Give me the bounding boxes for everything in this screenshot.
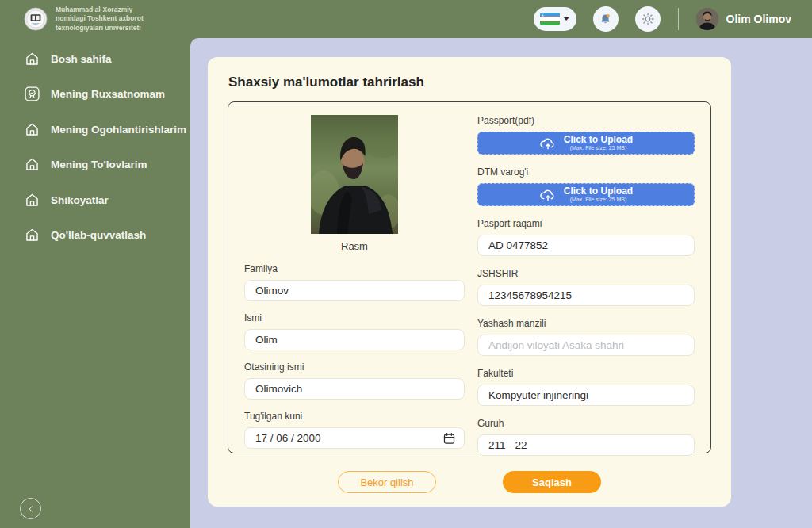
sidebar-item-label: Mening To'lovlarim [51, 159, 147, 170]
chevron-down-icon [563, 17, 570, 21]
sidebar-item-label: Mening Ogohlantirishlarim [51, 124, 186, 136]
photo-caption: Rasm [244, 240, 465, 252]
app-header: Muhammad al-Xorazmiy nomidagi Toshkent a… [0, 0, 812, 38]
field-label: Passport(pdf) [477, 115, 695, 126]
photo-section: Rasm [244, 115, 465, 252]
permit-badge-icon [24, 86, 40, 102]
field-label: Familya [244, 263, 465, 274]
upload-button-label: Click to Upload [564, 135, 633, 145]
passport-number-input[interactable] [477, 235, 695, 256]
field-label: JSHSHIR [477, 268, 695, 279]
field-pasport-raqami: Pasport raqami [477, 218, 695, 256]
profile-form: Rasm Familya Ismi Otasining ismi [228, 101, 711, 453]
group-input[interactable] [477, 434, 695, 456]
familya-input[interactable] [244, 280, 465, 301]
upload-dtm: DTM varog'i Click to Upload (Max. File s… [477, 166, 695, 206]
upload-passport: Passport(pdf) Click to Upload (Max. File… [477, 115, 695, 155]
sidebar: Bosh sahifa Mening Ruxsatnomam Mening Og… [0, 38, 190, 528]
upload-button-label: Click to Upload [564, 186, 633, 197]
calendar-icon[interactable] [442, 431, 456, 445]
sidebar-item-mening-tolovlarim[interactable]: Mening To'lovlarim [0, 147, 190, 183]
field-label: Tug'ilgan kuni [244, 411, 465, 422]
passport-upload-button[interactable]: Click to Upload (Max. File size: 25 MB) [477, 132, 695, 155]
address-input[interactable] [477, 335, 695, 356]
field-jshshir: JSHSHIR [477, 268, 695, 306]
upload-size-hint: (Max. File size: 25 MB) [564, 197, 633, 203]
profile-photo [311, 115, 398, 234]
user-avatar[interactable] [696, 8, 718, 30]
sidebar-item-label: Shikoyatlar [51, 194, 109, 206]
field-label: Pasport raqami [477, 218, 695, 229]
sun-icon [641, 12, 655, 26]
upload-size-hint: (Max. File size: 25 MB) [564, 145, 633, 151]
field-label: Ismi [244, 312, 465, 323]
back-button[interactable] [20, 498, 41, 519]
cloud-upload-icon [539, 188, 557, 201]
sidebar-item-label: Qo'llab-quvvatlash [51, 229, 146, 241]
home-icon [24, 227, 40, 243]
field-label: Guruh [477, 418, 695, 429]
home-icon [24, 192, 40, 209]
cloud-upload-icon [539, 136, 557, 150]
save-button[interactable]: Saqlash [503, 471, 601, 493]
dtm-upload-button[interactable]: Click to Upload (Max. File size: 25 MB) [477, 183, 695, 206]
home-icon [24, 156, 40, 173]
ismi-input[interactable] [244, 329, 465, 350]
header-controls: Olim Olimov [534, 6, 791, 32]
otasining-ismi-input[interactable] [244, 378, 465, 400]
page-title: Shaxsiy ma'lumotlar tahrirlash [228, 75, 711, 90]
header-divider [678, 8, 679, 30]
university-name: Muhammad al-Xorazmiy nomidagi Toshkent a… [56, 6, 160, 32]
language-selector[interactable] [534, 7, 576, 31]
field-yashash-manzili: Yashash manzili [477, 318, 695, 356]
field-label: Yashash manzili [477, 318, 695, 329]
field-guruh: Guruh [477, 418, 695, 456]
form-right-column: Passport(pdf) Click to Upload (Max. File… [477, 115, 695, 440]
jshshir-input[interactable] [477, 285, 695, 306]
faculty-input[interactable] [477, 385, 695, 406]
form-actions: Bekor qilish Saqlash [228, 471, 711, 493]
user-name: Olim Olimov [726, 13, 791, 25]
field-label: DTM varog'i [477, 166, 695, 178]
sidebar-item-mening-ogohlantirishlarim[interactable]: Mening Ogohlantirishlarim [0, 112, 190, 147]
chevron-left-icon [26, 504, 36, 514]
form-left-column: Rasm Familya Ismi Otasining ismi [244, 115, 465, 440]
sidebar-item-shikoyatlar[interactable]: Shikoyatlar [0, 182, 190, 218]
bell-icon [598, 12, 613, 27]
sidebar-item-mening-ruxsatnomam[interactable]: Mening Ruxsatnomam [0, 77, 190, 113]
field-ismi: Ismi [244, 312, 465, 350]
notifications-button[interactable] [593, 6, 619, 32]
home-icon [24, 121, 40, 138]
field-label: Fakulteti [477, 368, 695, 379]
sidebar-item-label: Bosh sahifa [51, 53, 112, 65]
home-icon [24, 51, 40, 67]
cancel-button[interactable]: Bekor qilish [338, 471, 436, 493]
field-tugilgan-kuni: Tug'ilgan kuni [244, 411, 465, 449]
sidebar-item-qollab-quvvatlash[interactable]: Qo'llab-quvvatlash [0, 218, 190, 254]
sidebar-item-bosh-sahifa[interactable]: Bosh sahifa [0, 41, 190, 77]
field-label: Otasining ismi [244, 362, 465, 373]
university-emblem-icon [24, 7, 48, 31]
uzbekistan-flag-icon [540, 13, 560, 25]
theme-toggle-button[interactable] [635, 6, 661, 32]
sidebar-item-label: Mening Ruxsatnomam [51, 88, 165, 100]
field-fakulteti: Fakulteti [477, 368, 695, 406]
main-content: Shaxsiy ma'lumotlar tahrirlash [190, 38, 812, 528]
birth-date-input[interactable] [244, 427, 465, 449]
edit-profile-card: Shaxsiy ma'lumotlar tahrirlash [208, 57, 731, 507]
field-otasining-ismi: Otasining ismi [244, 362, 465, 400]
field-familya: Familya [244, 263, 465, 301]
